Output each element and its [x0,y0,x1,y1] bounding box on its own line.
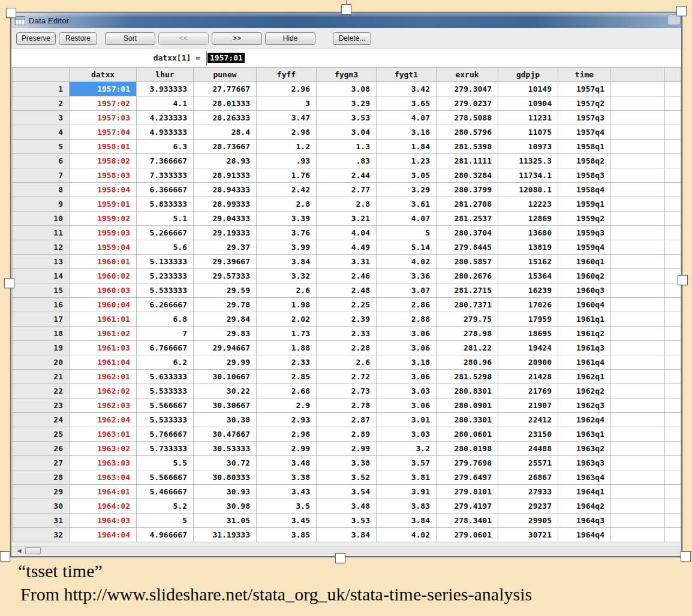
data-cell[interactable]: 15162 [498,255,558,269]
data-cell[interactable]: 1960:04 [70,298,137,312]
data-cell[interactable] [611,528,665,542]
data-cell[interactable]: 3.03 [377,384,437,398]
data-cell[interactable] [665,370,681,384]
data-cell[interactable]: 4.933333 [137,125,194,140]
data-cell[interactable]: 280.0601 [437,427,498,442]
data-cell[interactable]: 2.39 [317,312,377,327]
row-number-cell[interactable]: 30 [13,499,70,514]
data-cell[interactable]: 25571 [498,456,558,470]
data-cell[interactable]: 12223 [498,197,558,212]
data-cell[interactable]: 5.833333 [137,197,194,212]
horizontal-scrollbar[interactable]: ◀ [12,546,681,555]
data-cell[interactable] [665,499,681,514]
data-cell[interactable]: 5.533333 [137,413,194,427]
data-cell[interactable]: 12869 [498,212,558,226]
data-cell[interactable] [665,183,681,197]
sort-button[interactable]: Sort [105,32,155,45]
data-cell[interactable]: 4.04 [317,226,377,240]
data-cell[interactable]: 1960q4 [558,298,611,312]
data-cell[interactable] [611,355,665,370]
data-cell[interactable]: 280.2676 [437,269,498,283]
row-number-cell[interactable]: 2 [13,96,70,111]
data-cell[interactable]: 4.49 [317,240,377,255]
data-cell[interactable]: 29.94667 [194,341,257,355]
data-cell[interactable]: 3.91 [377,485,437,499]
data-cell[interactable]: 3.47 [257,111,317,125]
data-cell[interactable]: 1964q4 [558,528,611,542]
data-cell[interactable]: 5.5 [137,456,194,470]
data-cell[interactable]: 29905 [498,514,558,528]
data-cell[interactable]: 280.7371 [437,298,498,312]
data-cell[interactable]: 1964q1 [558,485,611,499]
scroll-left-arrow-icon[interactable]: ◀ [16,548,23,554]
data-cell[interactable]: 281.2708 [437,197,498,212]
data-cell[interactable]: 1961q1 [558,312,611,327]
data-cell[interactable]: 30.38 [194,413,257,427]
data-cell[interactable] [611,111,665,125]
data-cell[interactable]: 23150 [498,427,558,442]
data-cell[interactable]: 3.05 [377,168,437,183]
data-cell[interactable]: 3.06 [377,398,437,413]
data-cell[interactable]: 5.2 [137,499,194,514]
row-number-cell[interactable]: 14 [13,269,70,283]
data-cell[interactable]: 5.233333 [137,269,194,283]
data-cell[interactable] [665,154,681,168]
data-cell[interactable]: 30.30667 [194,398,257,413]
data-cell[interactable] [611,312,665,327]
data-cell[interactable] [611,398,665,413]
data-cell[interactable]: 10149 [498,82,558,96]
data-cell[interactable]: 12080.1 [498,183,558,197]
data-cell[interactable]: 5.6 [137,240,194,255]
selection-handle-right-middle[interactable] [678,275,688,285]
data-cell[interactable]: 2.89 [317,427,377,442]
data-cell[interactable]: 30.93 [194,485,257,499]
data-cell[interactable]: 1.76 [257,168,317,183]
data-cell[interactable]: 2.42 [257,183,317,197]
data-cell[interactable]: 1961q2 [558,327,611,341]
data-cell[interactable]: 2.33 [257,355,317,370]
row-number-cell[interactable]: 13 [13,255,70,269]
data-cell[interactable]: 279.0237 [437,96,498,111]
data-cell[interactable]: 4.233333 [137,111,194,125]
data-cell[interactable]: 1957q3 [558,111,611,125]
data-cell[interactable]: 6.3 [137,140,194,154]
data-cell[interactable]: 2.48 [317,283,377,298]
data-cell[interactable]: 29.57333 [194,269,257,283]
data-cell[interactable]: 1958q1 [558,140,611,154]
data-cell[interactable]: 1962:03 [70,398,137,413]
data-cell[interactable] [665,514,681,528]
row-number-cell[interactable]: 5 [13,140,70,154]
data-cell[interactable]: 279.75 [437,312,498,327]
row-number-cell[interactable]: 6 [13,154,70,168]
data-cell[interactable] [665,240,681,255]
data-cell[interactable]: 281.5298 [437,370,498,384]
data-cell[interactable]: 22412 [498,413,558,427]
data-cell[interactable]: 29.83 [194,327,257,341]
data-cell[interactable]: 2.46 [317,269,377,283]
row-number-cell[interactable]: 11 [13,226,70,240]
data-cell[interactable]: .83 [317,154,377,168]
data-cell[interactable] [665,327,681,341]
data-cell[interactable]: .93 [257,154,317,168]
column-header-datxx[interactable]: datxx [70,68,137,82]
data-cell[interactable] [611,298,665,312]
data-cell[interactable]: 1961q4 [558,355,611,370]
data-cell[interactable]: 1959q3 [558,226,611,240]
column-header-fygm3[interactable]: fygm3 [317,68,377,82]
data-cell[interactable] [611,485,665,499]
data-cell[interactable]: 1.3 [317,140,377,154]
data-cell[interactable]: 3.53 [317,514,377,528]
selection-handle-top-middle[interactable] [341,4,351,14]
data-cell[interactable]: 1961:04 [70,355,137,370]
data-cell[interactable]: 5.1 [137,212,194,226]
data-cell[interactable]: 30.22 [194,384,257,398]
row-number-cell[interactable]: 4 [13,125,70,140]
data-cell[interactable]: 1958q3 [558,168,611,183]
data-cell[interactable] [611,442,665,456]
row-number-cell[interactable]: 19 [13,341,70,355]
data-cell[interactable]: 30.98 [194,499,257,514]
data-cell[interactable]: 1.23 [377,154,437,168]
data-cell[interactable] [611,327,665,341]
data-cell[interactable]: 6.766667 [137,341,194,355]
data-cell[interactable]: 3.38 [317,456,377,470]
